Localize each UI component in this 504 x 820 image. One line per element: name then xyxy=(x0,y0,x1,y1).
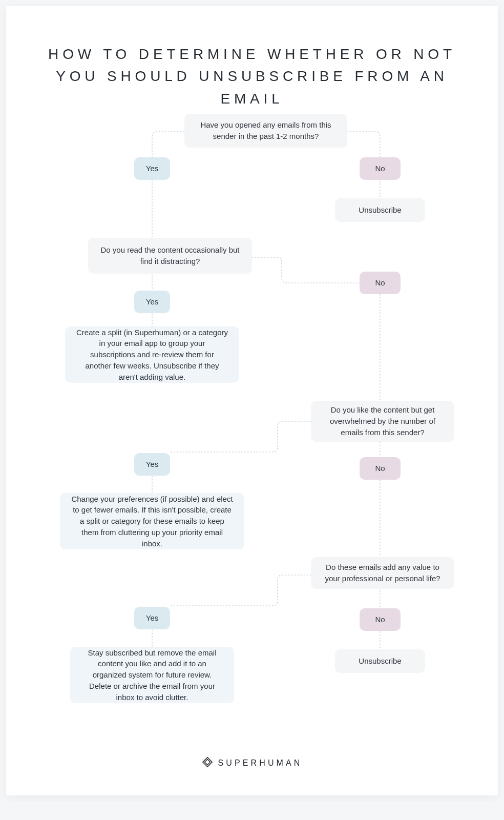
action-unsubscribe-1: Unsubscribe xyxy=(335,198,425,222)
footer: SUPERHUMAN xyxy=(6,756,498,770)
flowchart-card: HOW TO DETERMINE WHETHER OR NOT YOU SHOU… xyxy=(6,6,498,795)
question-2: Do you read the content occasionally but… xyxy=(88,238,252,274)
action-3: Stay subscribed but remove the email con… xyxy=(70,647,234,703)
answer-no-2: No xyxy=(360,272,401,294)
brand-name: SUPERHUMAN xyxy=(218,758,303,768)
answer-no-1: No xyxy=(360,157,401,180)
answer-yes-3: Yes xyxy=(134,453,170,476)
answer-no-4: No xyxy=(360,608,401,631)
answer-yes-2: Yes xyxy=(134,291,170,313)
answer-yes-1: Yes xyxy=(134,157,170,180)
answer-yes-4: Yes xyxy=(134,607,170,629)
action-2: Change your preferences (if possible) an… xyxy=(60,493,244,549)
question-1: Have you opened any emails from this sen… xyxy=(184,114,347,148)
question-4: Do these emails add any value to your pr… xyxy=(311,557,454,589)
superhuman-logo-icon xyxy=(202,756,213,770)
answer-no-3: No xyxy=(360,457,401,480)
action-1: Create a split (in Superhuman) or a cate… xyxy=(65,326,239,383)
question-3: Do you like the content but get overwhel… xyxy=(311,401,454,442)
page-title: HOW TO DETERMINE WHETHER OR NOT YOU SHOU… xyxy=(6,43,498,110)
action-unsubscribe-2: Unsubscribe xyxy=(335,649,425,673)
